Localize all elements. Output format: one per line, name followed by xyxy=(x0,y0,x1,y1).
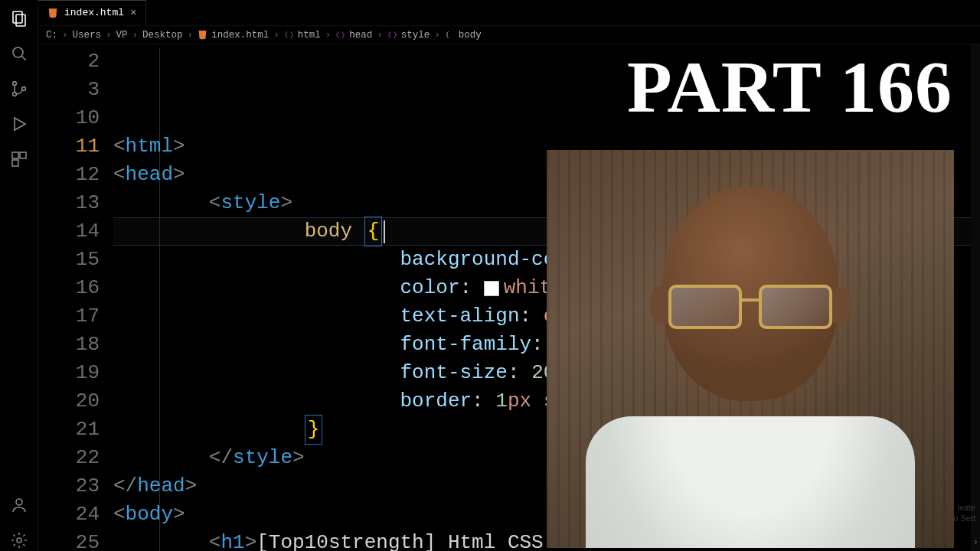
extensions-icon[interactable] xyxy=(8,148,30,170)
svg-rect-1 xyxy=(16,15,25,26)
line-number: 14 xyxy=(38,217,100,246)
svg-rect-0 xyxy=(13,11,22,23)
breadcrumb-file[interactable]: index.html xyxy=(198,30,269,41)
accounts-icon[interactable] xyxy=(8,494,30,516)
breadcrumb-symbol[interactable]: head xyxy=(335,30,372,41)
breadcrumb-seg[interactable]: C: xyxy=(46,30,57,41)
line-number: 22 xyxy=(38,444,100,472)
svg-point-4 xyxy=(12,82,16,86)
breadcrumb-symbol[interactable]: body xyxy=(445,30,482,41)
scroll-right-arrow-icon[interactable]: › xyxy=(973,537,978,548)
svg-rect-8 xyxy=(12,152,18,158)
svg-marker-7 xyxy=(15,118,25,130)
line-number: 15 xyxy=(38,246,100,274)
svg-rect-10 xyxy=(12,160,18,166)
line-number: 25 xyxy=(38,529,100,551)
svg-point-11 xyxy=(16,499,22,505)
search-icon[interactable] xyxy=(8,43,30,64)
run-debug-icon[interactable] xyxy=(8,113,30,135)
line-number: 23 xyxy=(38,472,100,500)
line-number: 10 xyxy=(38,104,100,132)
breadcrumb-seg[interactable]: VP xyxy=(116,30,128,41)
line-number: 21 xyxy=(38,416,100,444)
line-number: 17 xyxy=(38,302,100,331)
line-number: 13 xyxy=(38,189,100,217)
line-number: 16 xyxy=(38,274,100,302)
line-number: 2 xyxy=(38,47,100,76)
presenter-figure xyxy=(662,187,838,401)
app-root: index.html × C:› Users› VP› Desktop› ind… xyxy=(0,0,980,551)
tab-close-icon[interactable]: × xyxy=(130,8,136,18)
source-control-icon[interactable] xyxy=(8,78,30,99)
line-number: 3 xyxy=(38,76,100,104)
windows-activation-watermark: ivate o Sett xyxy=(953,502,975,523)
breadcrumb[interactable]: C:› Users› VP› Desktop› index.html › htm… xyxy=(38,26,980,44)
breadcrumb-symbol[interactable]: html xyxy=(284,30,321,41)
line-number-gutter: 2310111213141516171819202122232425 xyxy=(38,44,113,551)
webcam-panel xyxy=(547,150,954,548)
line-number: 20 xyxy=(38,387,100,416)
breadcrumb-seg[interactable]: Desktop xyxy=(142,30,183,41)
svg-point-12 xyxy=(17,538,21,543)
line-number: 19 xyxy=(38,359,100,387)
line-number: 11 xyxy=(38,132,100,161)
line-number: 12 xyxy=(38,161,100,189)
tab-index-html[interactable]: index.html × xyxy=(38,0,146,25)
line-number: 24 xyxy=(38,500,100,529)
explorer-icon[interactable] xyxy=(8,8,30,29)
activity-bar xyxy=(0,0,38,551)
tab-filename: index.html xyxy=(64,7,124,18)
video-title-overlay: PART 166 xyxy=(627,44,952,129)
svg-rect-9 xyxy=(20,152,26,158)
html-file-icon xyxy=(47,8,58,18)
svg-line-3 xyxy=(21,57,26,61)
vertical-scrollbar[interactable]: › xyxy=(971,44,980,551)
editor-tabs: index.html × xyxy=(38,0,980,26)
breadcrumb-seg[interactable]: Users xyxy=(73,30,102,41)
breadcrumb-symbol[interactable]: style xyxy=(387,30,430,41)
svg-point-5 xyxy=(12,93,16,96)
settings-icon[interactable] xyxy=(8,530,30,551)
line-number: 18 xyxy=(38,331,100,359)
svg-point-2 xyxy=(13,47,23,57)
